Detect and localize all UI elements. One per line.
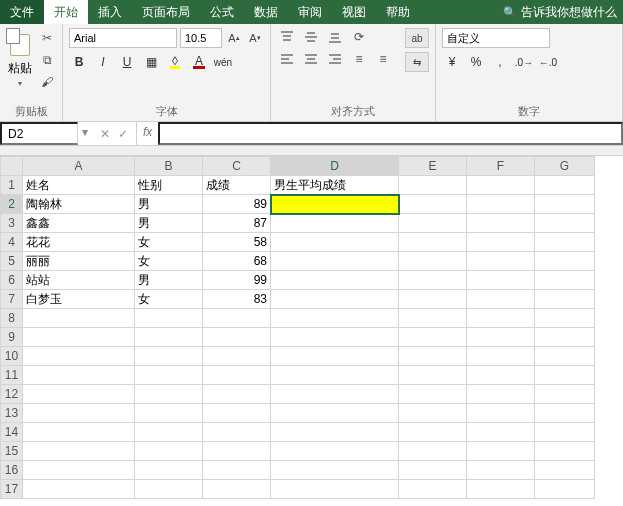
cell[interactable]: 女 — [135, 252, 203, 271]
increase-decimal-button[interactable]: .0→ — [514, 52, 534, 72]
cell[interactable] — [203, 404, 271, 423]
cell[interactable] — [203, 366, 271, 385]
cell[interactable] — [135, 442, 203, 461]
row-header-10[interactable]: 10 — [1, 347, 23, 366]
cell[interactable] — [467, 328, 535, 347]
cancel-formula-button[interactable]: ✕ — [100, 127, 110, 141]
row-header-12[interactable]: 12 — [1, 385, 23, 404]
cell[interactable] — [535, 442, 595, 461]
formula-input[interactable] — [158, 122, 623, 145]
cell[interactable] — [467, 271, 535, 290]
cell[interactable] — [399, 385, 467, 404]
cell[interactable] — [467, 252, 535, 271]
copy-button[interactable]: ⧉ — [38, 52, 56, 68]
cell[interactable] — [535, 214, 595, 233]
col-header-B[interactable]: B — [135, 157, 203, 176]
cell[interactable] — [23, 347, 135, 366]
row-header-14[interactable]: 14 — [1, 423, 23, 442]
cell[interactable] — [467, 290, 535, 309]
font-color-button[interactable]: A — [189, 52, 209, 72]
name-box-dropdown-icon[interactable]: ▾ — [78, 122, 92, 145]
row-header-3[interactable]: 3 — [1, 214, 23, 233]
cell[interactable] — [535, 366, 595, 385]
row-header-15[interactable]: 15 — [1, 442, 23, 461]
cell[interactable] — [467, 195, 535, 214]
align-bottom-button[interactable] — [325, 28, 345, 46]
percent-format-button[interactable]: % — [466, 52, 486, 72]
selected-cell[interactable] — [271, 195, 399, 214]
cell[interactable]: 男 — [135, 271, 203, 290]
cell[interactable] — [135, 328, 203, 347]
cell[interactable] — [23, 461, 135, 480]
tab-file[interactable]: 文件 — [0, 0, 44, 24]
orientation-button[interactable]: ⟳ — [349, 28, 369, 46]
cell[interactable]: 丽丽 — [23, 252, 135, 271]
cell[interactable] — [399, 423, 467, 442]
cell[interactable] — [203, 480, 271, 499]
cell[interactable]: 鑫鑫 — [23, 214, 135, 233]
row-header-2[interactable]: 2 — [1, 195, 23, 214]
cell[interactable] — [535, 195, 595, 214]
row-header-9[interactable]: 9 — [1, 328, 23, 347]
cell[interactable]: 姓名 — [23, 176, 135, 195]
cell[interactable] — [399, 271, 467, 290]
decrease-font-button[interactable]: A▾ — [246, 29, 264, 47]
cell[interactable]: 83 — [203, 290, 271, 309]
cell[interactable] — [135, 461, 203, 480]
cell[interactable] — [271, 214, 399, 233]
tab-page-layout[interactable]: 页面布局 — [132, 0, 200, 24]
align-top-button[interactable] — [277, 28, 297, 46]
cell[interactable] — [467, 480, 535, 499]
cell[interactable] — [271, 461, 399, 480]
cell[interactable] — [271, 347, 399, 366]
cell[interactable] — [271, 252, 399, 271]
cell[interactable] — [271, 442, 399, 461]
cell[interactable] — [399, 366, 467, 385]
paste-dropdown-icon[interactable]: ▾ — [18, 79, 22, 88]
number-format-select[interactable] — [442, 28, 550, 48]
cell[interactable] — [135, 309, 203, 328]
fill-color-button[interactable]: ◊ — [165, 52, 185, 72]
cell[interactable] — [203, 442, 271, 461]
cell[interactable] — [135, 423, 203, 442]
tab-data[interactable]: 数据 — [244, 0, 288, 24]
cell[interactable]: 女 — [135, 233, 203, 252]
format-painter-button[interactable]: 🖌 — [38, 74, 56, 90]
cell[interactable] — [271, 423, 399, 442]
cell[interactable] — [23, 442, 135, 461]
phonetic-button[interactable]: wén — [213, 52, 233, 72]
cell[interactable] — [399, 461, 467, 480]
tab-formulas[interactable]: 公式 — [200, 0, 244, 24]
cell[interactable] — [271, 404, 399, 423]
cell[interactable] — [271, 328, 399, 347]
cell[interactable] — [535, 176, 595, 195]
paste-button[interactable]: 粘贴 ▾ — [6, 28, 34, 88]
merge-center-button[interactable]: ⇆ — [405, 52, 429, 72]
cell[interactable] — [23, 366, 135, 385]
cell[interactable]: 男 — [135, 195, 203, 214]
row-header-8[interactable]: 8 — [1, 309, 23, 328]
cell[interactable]: 男生平均成绩 — [271, 176, 399, 195]
cell[interactable] — [135, 347, 203, 366]
cell[interactable] — [467, 214, 535, 233]
tab-home[interactable]: 开始 — [44, 0, 88, 24]
font-size-select[interactable] — [180, 28, 222, 48]
cell[interactable] — [203, 328, 271, 347]
cell[interactable] — [467, 366, 535, 385]
align-center-button[interactable] — [301, 50, 321, 68]
cell[interactable] — [535, 252, 595, 271]
cell[interactable] — [467, 385, 535, 404]
row-header-1[interactable]: 1 — [1, 176, 23, 195]
cell[interactable]: 68 — [203, 252, 271, 271]
col-header-F[interactable]: F — [467, 157, 535, 176]
row-header-7[interactable]: 7 — [1, 290, 23, 309]
cell[interactable]: 站站 — [23, 271, 135, 290]
cell[interactable] — [467, 347, 535, 366]
col-header-G[interactable]: G — [535, 157, 595, 176]
cell[interactable] — [467, 461, 535, 480]
cell[interactable] — [271, 233, 399, 252]
tab-view[interactable]: 视图 — [332, 0, 376, 24]
bold-button[interactable]: B — [69, 52, 89, 72]
italic-button[interactable]: I — [93, 52, 113, 72]
col-header-E[interactable]: E — [399, 157, 467, 176]
